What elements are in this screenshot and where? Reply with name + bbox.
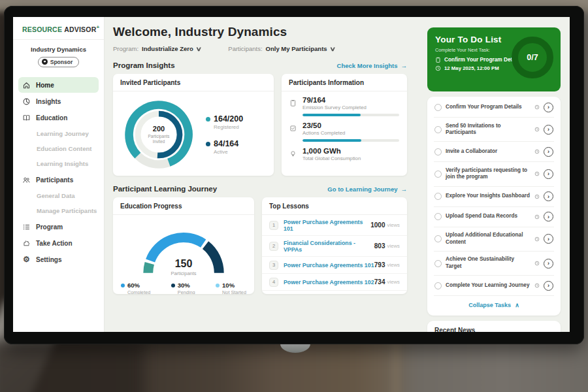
participants-icon bbox=[22, 176, 31, 184]
sidebar-item-insights[interactable]: Insights bbox=[18, 93, 99, 109]
lesson-row[interactable]: 1 Power Purchase Agreements 101 1000view… bbox=[262, 215, 407, 236]
recent-news-title: Recent News bbox=[434, 327, 553, 332]
clock-icon bbox=[534, 171, 540, 176]
sidebar-item-learning-journey[interactable]: Learning Journey bbox=[18, 126, 99, 141]
task-checkbox[interactable] bbox=[434, 260, 442, 267]
dashboard-screen: RESOURCE ADVISOR+ Industry Dynamics Spon… bbox=[13, 17, 570, 332]
legend-pending: 30% Pending bbox=[171, 282, 195, 294]
clock-icon bbox=[534, 127, 540, 132]
clock-icon bbox=[534, 261, 540, 266]
donut-center-value: 200 bbox=[153, 125, 165, 133]
task-row[interactable]: Upload Spend Data Records › bbox=[434, 207, 554, 227]
lesson-link[interactable]: Power Purchase Agreements 102 bbox=[284, 279, 374, 286]
program-filter[interactable]: Program: Industrialize Zero ∨ bbox=[113, 45, 201, 52]
task-go-button[interactable]: › bbox=[544, 125, 553, 135]
invited-participants-card: Invited Participants 200 Participants In… bbox=[113, 74, 274, 176]
insights-icon bbox=[22, 97, 31, 106]
task-go-button[interactable]: › bbox=[544, 103, 553, 112]
task-checkbox[interactable] bbox=[434, 104, 442, 111]
sidebar-item-participants[interactable]: Participants bbox=[18, 172, 99, 188]
top-lessons-card: Top Lessons 1 Power Purchase Agreements … bbox=[262, 197, 407, 294]
lesson-link[interactable]: Power Purchase Agreements 101 bbox=[284, 262, 374, 269]
legend-dot bbox=[206, 142, 210, 146]
logo-text-advisor: ADVISOR bbox=[64, 25, 96, 33]
sidebar-item-general-data[interactable]: General Data bbox=[18, 188, 99, 203]
sidebar-item-take-action[interactable]: Take Action bbox=[18, 235, 99, 251]
monitor-bezel: RESOURCE ADVISOR+ Industry Dynamics Spon… bbox=[4, 6, 584, 344]
home-icon bbox=[22, 81, 31, 90]
task-row[interactable]: Upload Additional Educational Content › bbox=[434, 227, 554, 252]
donut-legend: 164/200 Registered 84/164 Active bbox=[206, 114, 243, 155]
lesson-link[interactable]: Power Purchase Agreements 101 bbox=[284, 219, 370, 232]
program-icon bbox=[22, 223, 31, 231]
sidebar-item-education-content[interactable]: Education Content bbox=[18, 141, 99, 156]
invited-donut-chart: 200 Participants Invited bbox=[121, 97, 197, 172]
task-checkbox[interactable] bbox=[434, 282, 442, 289]
task-go-button[interactable]: › bbox=[544, 281, 553, 291]
card-title: Invited Participants bbox=[113, 74, 274, 91]
task-row[interactable]: Invite a Collaborator › bbox=[434, 142, 554, 162]
task-go-button[interactable]: › bbox=[544, 212, 553, 221]
task-row[interactable]: Send 50 Invitations to Participants › bbox=[434, 118, 554, 142]
rank-badge: 3 bbox=[269, 261, 278, 270]
lesson-row[interactable]: 3 Power Purchase Agreements 101 793views bbox=[262, 257, 407, 274]
clock-icon bbox=[534, 194, 540, 199]
task-row[interactable]: Confirm Your Program Details › bbox=[434, 97, 554, 118]
task-checkbox[interactable] bbox=[434, 126, 442, 133]
lesson-row[interactable]: 2 Financial Considerations - VPPAs 803vi… bbox=[262, 236, 407, 257]
actions-icon bbox=[289, 122, 297, 142]
rank-badge: 4 bbox=[269, 278, 278, 287]
recent-news-card: Recent News bbox=[427, 321, 561, 332]
clock-icon bbox=[534, 149, 540, 154]
lesson-link[interactable]: Financial Considerations - VPPAs bbox=[284, 240, 374, 253]
stat-actions-completed: 23/50 Actions Completed bbox=[289, 122, 399, 142]
legend-dot bbox=[206, 117, 210, 122]
legend-active: 84/164 Active bbox=[206, 139, 243, 155]
take-action-icon bbox=[22, 239, 31, 248]
section-title-learning-journey: Participant Learning Journey bbox=[113, 185, 217, 193]
go-to-learning-journey-link[interactable]: Go to Learning Journey → bbox=[327, 186, 407, 193]
task-row[interactable]: Explore Your Insights Dashboard › bbox=[434, 187, 554, 207]
collapse-tasks-link[interactable]: Collapse Tasks ∧ bbox=[434, 296, 554, 315]
task-go-button[interactable]: › bbox=[544, 191, 553, 201]
sidebar-item-education[interactable]: Education bbox=[18, 110, 99, 125]
task-checkbox[interactable] bbox=[434, 235, 442, 242]
legend-registered: 164/200 Registered bbox=[206, 114, 243, 130]
arrow-right-icon: → bbox=[401, 186, 408, 193]
education-gauge-chart: 150 Participants bbox=[132, 221, 235, 275]
task-row[interactable]: Verify participants requesting to join t… bbox=[434, 162, 554, 186]
task-go-button[interactable]: › bbox=[544, 234, 553, 244]
task-row[interactable]: Achieve One Sustainability Target › bbox=[434, 252, 554, 276]
legend-dot bbox=[171, 284, 175, 287]
lesson-row[interactable]: 4 Power Purchase Agreements 102 734views bbox=[262, 274, 407, 291]
task-row[interactable]: Complete Your Learning Journey › bbox=[434, 276, 554, 296]
chevron-down-icon: ∨ bbox=[195, 46, 202, 52]
task-go-button[interactable]: › bbox=[544, 169, 553, 179]
task-checkbox[interactable] bbox=[434, 193, 442, 200]
task-go-button[interactable]: › bbox=[544, 147, 553, 157]
card-title: Participants Information bbox=[282, 74, 407, 91]
legend-dot bbox=[216, 284, 220, 287]
participants-filter[interactable]: Participants: Only My Participants ∨ bbox=[228, 45, 335, 52]
task-checkbox[interactable] bbox=[434, 171, 442, 178]
sidebar-item-manage-participants[interactable]: Manage Participants bbox=[18, 203, 99, 218]
stat-global-consumption: 1,000 GWh Total Global Consumption bbox=[289, 147, 399, 161]
check-more-insights-link[interactable]: Check More Insights → bbox=[337, 62, 407, 69]
card-title: Education Progress bbox=[113, 197, 254, 215]
task-checkbox[interactable] bbox=[434, 148, 442, 155]
task-checkbox[interactable] bbox=[434, 213, 442, 220]
app-logo: RESOURCE ADVISOR+ bbox=[13, 17, 104, 40]
sidebar-item-learning-insights[interactable]: Learning Insights bbox=[18, 156, 99, 171]
sponsor-badge[interactable]: Sponsor bbox=[38, 57, 79, 67]
task-go-button[interactable]: › bbox=[544, 259, 553, 269]
lesson-row[interactable]: 5 Power Purchase Agreements 103 600views bbox=[262, 291, 407, 294]
sidebar-item-settings[interactable]: ⚙ Settings bbox=[18, 252, 99, 267]
sponsor-icon bbox=[42, 59, 48, 65]
progress-bar bbox=[302, 114, 399, 116]
clipboard-icon bbox=[435, 57, 441, 63]
gauge-legend: 60% Completed 30% Pending 10% Not Starte… bbox=[113, 275, 254, 294]
sidebar-item-program[interactable]: Program bbox=[18, 219, 99, 235]
settings-icon: ⚙ bbox=[22, 255, 31, 264]
sidebar-item-home[interactable]: Home bbox=[18, 77, 99, 93]
sponsor-label: Sponsor bbox=[50, 59, 73, 65]
